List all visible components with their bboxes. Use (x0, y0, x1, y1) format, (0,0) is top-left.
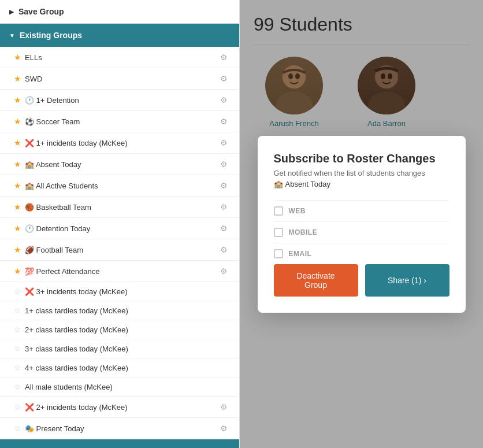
gear-icon[interactable]: ⚙ (218, 137, 230, 149)
gear-icon[interactable]: ⚙ (218, 423, 230, 434)
gear-icon[interactable]: ⚙ (218, 201, 230, 213)
group-item-label: ❌ 3+ incidents today (McKee) (25, 287, 230, 296)
list-item[interactable]: ☆❌ 3+ incidents today (McKee) (0, 282, 239, 301)
main-content: 99 Students Aarush French (240, 0, 483, 448)
group-item-label: SWD (25, 75, 218, 83)
group-list: ★ELLs⚙★SWD⚙★🕐 1+ Detention⚙★⚽ Soccer Tea… (0, 47, 239, 439)
star-icon[interactable]: ★ (14, 160, 21, 169)
email-label: EMAIL (289, 250, 312, 258)
new-group-section[interactable]: ▼ New Group (0, 439, 239, 448)
group-name: Absent Today (285, 180, 331, 188)
star-icon[interactable]: ☆ (14, 363, 21, 372)
star-icon[interactable]: ☆ (14, 287, 21, 296)
group-item-label: ELLs (25, 53, 218, 62)
list-item[interactable]: ★⚽ Soccer Team⚙ (0, 111, 239, 132)
list-item[interactable]: ☆1+ class tardies today (McKee) (0, 301, 239, 320)
list-item[interactable]: ★SWD⚙ (0, 68, 239, 90)
group-item-label: 🏫 Absent Today (25, 160, 218, 169)
list-item[interactable]: ★💯 Perfect Attendance⚙ (0, 261, 239, 282)
list-item[interactable]: ☆4+ class tardies today (McKee) (0, 358, 239, 377)
list-item[interactable]: ☆❌ 2+ incidents today (McKee)⚙ (0, 397, 239, 418)
list-item[interactable]: ★❌ 1+ incidents today (McKee)⚙ (0, 132, 239, 154)
group-item-label: All male students (McKee) (25, 383, 230, 391)
sidebar: ▶ Save Group ▼ Existing Groups ★ELLs⚙★SW… (0, 0, 240, 448)
star-icon[interactable]: ☆ (14, 382, 21, 391)
deactivate-group-button[interactable]: Deactivate Group (274, 264, 358, 297)
star-icon[interactable]: ☆ (14, 424, 21, 433)
subscribe-modal: Subscribe to Roster Changes Get notified… (258, 136, 466, 313)
list-item[interactable]: ★🏀 Basketball Team⚙ (0, 197, 239, 218)
email-checkbox[interactable] (274, 249, 283, 258)
list-item[interactable]: ★🏫 All Active Students⚙ (0, 175, 239, 197)
group-item-label: 🏈 Football Team (25, 246, 218, 254)
group-item-label: 🏀 Basketball Team (25, 203, 218, 212)
list-item[interactable]: ★🕐 Detention Today⚙ (0, 218, 239, 239)
gear-icon[interactable]: ⚙ (218, 265, 230, 277)
modal-actions: Deactivate Group Share (1) › (274, 264, 449, 297)
star-icon[interactable]: ☆ (14, 344, 21, 353)
star-icon[interactable]: ★ (14, 245, 21, 254)
star-icon[interactable]: ★ (14, 117, 21, 126)
gear-icon[interactable]: ⚙ (218, 94, 230, 106)
gear-icon[interactable]: ⚙ (218, 180, 230, 191)
star-icon[interactable]: ☆ (14, 306, 21, 315)
gear-icon[interactable]: ⚙ (218, 223, 230, 234)
chevron-right-icon: ▶ (9, 9, 14, 15)
list-item[interactable]: ☆3+ class tardies today (McKee) (0, 339, 239, 358)
email-checkbox-row: EMAIL (274, 243, 449, 264)
group-item-label: 3+ class tardies today (McKee) (25, 345, 230, 353)
save-group-label: Save Group (18, 7, 64, 16)
mobile-label: MOBILE (289, 228, 318, 236)
modal-overlay: Subscribe to Roster Changes Get notified… (240, 0, 483, 448)
existing-groups-label: Existing Groups (20, 31, 82, 40)
gear-icon[interactable]: ⚙ (218, 51, 230, 63)
list-item[interactable]: ☆All male students (McKee) (0, 377, 239, 397)
star-icon[interactable]: ★ (14, 202, 21, 212)
star-icon[interactable]: ★ (14, 224, 21, 233)
group-icon: 🏫 (274, 180, 283, 188)
list-item[interactable]: ★🏈 Football Team⚙ (0, 239, 239, 261)
gear-icon[interactable]: ⚙ (218, 158, 230, 170)
star-icon[interactable]: ★ (14, 266, 21, 276)
group-item-label: 🎭 Present Today (25, 424, 218, 433)
modal-subtitle: Get notified when the list of students c… (274, 169, 449, 177)
list-item[interactable]: ★🕐 1+ Detention⚙ (0, 90, 239, 111)
list-item[interactable]: ★🏫 Absent Today⚙ (0, 154, 239, 175)
star-icon[interactable]: ★ (14, 138, 21, 147)
star-icon[interactable]: ★ (14, 181, 21, 190)
star-icon[interactable]: ☆ (14, 325, 21, 334)
modal-group-label: 🏫 Absent Today (274, 180, 449, 188)
web-checkbox-row: WEB (274, 200, 449, 221)
list-item[interactable]: ☆2+ class tardies today (McKee) (0, 320, 239, 339)
web-checkbox[interactable] (274, 206, 283, 216)
mobile-checkbox[interactable] (274, 228, 283, 237)
gear-icon[interactable]: ⚙ (218, 244, 230, 256)
mobile-checkbox-row: MOBILE (274, 221, 449, 243)
modal-title: Subscribe to Roster Changes (274, 152, 449, 165)
group-item-label: 💯 Perfect Attendance (25, 267, 218, 276)
star-icon[interactable]: ★ (14, 74, 21, 83)
star-icon[interactable]: ★ (14, 53, 21, 62)
share-button[interactable]: Share (1) › (365, 264, 449, 297)
gear-icon[interactable]: ⚙ (218, 73, 230, 84)
existing-groups-section[interactable]: ▼ Existing Groups (0, 24, 239, 47)
web-label: WEB (289, 207, 306, 215)
gear-icon[interactable]: ⚙ (218, 401, 230, 413)
group-item-label: 🕐 1+ Detention (25, 96, 218, 105)
list-item[interactable]: ★ELLs⚙ (0, 47, 239, 68)
group-item-label: 4+ class tardies today (McKee) (25, 364, 230, 372)
star-icon[interactable]: ☆ (14, 402, 21, 412)
group-item-label: ⚽ Soccer Team (25, 117, 218, 126)
group-item-label: ❌ 1+ incidents today (McKee) (25, 139, 218, 147)
save-group-section[interactable]: ▶ Save Group (0, 0, 239, 24)
list-item[interactable]: ☆🎭 Present Today⚙ (0, 418, 239, 439)
group-item-label: 2+ class tardies today (McKee) (25, 325, 230, 334)
group-item-label: ❌ 2+ incidents today (McKee) (25, 403, 218, 412)
group-item-label: 🏫 All Active Students (25, 182, 218, 190)
chevron-down-icon: ▼ (9, 32, 15, 39)
star-icon[interactable]: ★ (14, 95, 21, 105)
group-item-label: 1+ class tardies today (McKee) (25, 306, 230, 315)
group-item-label: 🕐 Detention Today (25, 224, 218, 233)
gear-icon[interactable]: ⚙ (218, 116, 230, 127)
